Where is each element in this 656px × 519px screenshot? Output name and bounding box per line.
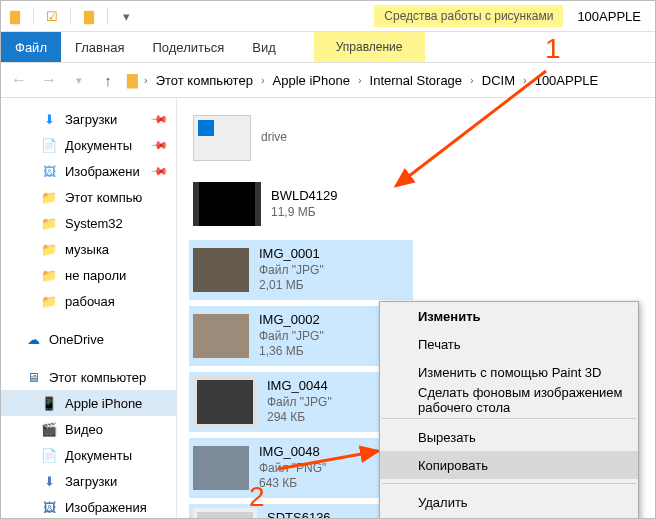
file-thumbnail bbox=[193, 115, 251, 161]
file-thumbnail bbox=[193, 446, 249, 490]
nav-back-button[interactable]: ← bbox=[7, 68, 31, 92]
folder-icon: 📁 bbox=[41, 293, 57, 309]
device-icon: 📱 bbox=[41, 395, 57, 411]
breadcrumb-seg[interactable]: Internal Storage bbox=[366, 71, 467, 90]
sidebar-item[interactable]: ⬇Загрузки bbox=[1, 468, 176, 494]
sidebar-item-label: музыка bbox=[65, 242, 109, 257]
sidebar-item-label: Изображения bbox=[65, 500, 147, 515]
file-name: BWLD4129 bbox=[271, 188, 337, 205]
file-name: SDTS6136 bbox=[267, 510, 332, 518]
tab-file[interactable]: Файл bbox=[1, 32, 61, 62]
chevron-right-icon[interactable]: › bbox=[259, 74, 267, 86]
breadcrumb-seg[interactable]: Apple iPhone bbox=[269, 71, 354, 90]
context-menu-item[interactable]: Сделать фоновым изображением рабочего ст… bbox=[380, 386, 638, 414]
context-menu-item[interactable]: Вырезать bbox=[380, 423, 638, 451]
sidebar-item-label: Документы bbox=[65, 138, 132, 153]
sidebar-item-label: рабочая bbox=[65, 294, 115, 309]
sidebar-item-label: Изображени bbox=[65, 164, 140, 179]
sidebar-item[interactable]: 📁System32 bbox=[1, 210, 176, 236]
file-thumbnail bbox=[193, 376, 257, 428]
file-name: IMG_0048 bbox=[259, 444, 326, 461]
file-size: 1,36 МБ bbox=[259, 344, 324, 360]
tab-view[interactable]: Вид bbox=[238, 32, 290, 62]
tab-share[interactable]: Поделиться bbox=[138, 32, 238, 62]
file-size: 11,9 МБ bbox=[271, 205, 337, 221]
sidebar-this-pc[interactable]: 🖥 Этот компьютер bbox=[1, 364, 176, 390]
folder-icon: ▇ bbox=[127, 72, 138, 88]
folder-icon: 📁 bbox=[41, 189, 57, 205]
check-icon[interactable]: ☑ bbox=[44, 8, 60, 24]
nav-up-button[interactable]: ↑ bbox=[97, 69, 119, 91]
sidebar-item-label: OneDrive bbox=[49, 332, 104, 347]
file-type: drive bbox=[261, 130, 287, 146]
file-type: Файл "JPG" bbox=[267, 395, 332, 411]
breadcrumb-seg[interactable]: 100APPLE bbox=[531, 71, 603, 90]
nav-history-dropdown[interactable]: ▾ bbox=[67, 68, 91, 92]
device-icon: 🖼 bbox=[41, 499, 57, 515]
file-item[interactable]: BWLD412911,9 МБ bbox=[189, 174, 413, 234]
chevron-right-icon[interactable]: › bbox=[356, 74, 364, 86]
chevron-right-icon[interactable]: › bbox=[521, 74, 529, 86]
sidebar-item[interactable]: 📱Apple iPhone bbox=[1, 390, 176, 416]
file-name: IMG_0044 bbox=[267, 378, 332, 395]
file-name: IMG_0002 bbox=[259, 312, 324, 329]
context-menu-item[interactable]: Изменить с помощью Paint 3D bbox=[380, 358, 638, 386]
file-type: Файл "JPG" bbox=[259, 329, 324, 345]
pc-icon: 🖥 bbox=[25, 369, 41, 385]
nav-forward-button[interactable]: → bbox=[37, 68, 61, 92]
chevron-right-icon[interactable]: › bbox=[142, 74, 150, 86]
file-thumbnail bbox=[193, 508, 257, 518]
sidebar-item-label: не пароли bbox=[65, 268, 126, 283]
nav-pane: ⬇Загрузки📌📄Документы📌🖼Изображени📌📁Этот к… bbox=[1, 98, 177, 518]
file-thumbnail bbox=[193, 248, 249, 292]
file-size: 294 КБ bbox=[267, 410, 332, 426]
qat-dropdown-icon[interactable]: ▾ bbox=[118, 8, 134, 24]
sidebar-item[interactable]: 🖼Изображени📌 bbox=[1, 158, 176, 184]
file-item[interactable]: drive bbox=[189, 108, 413, 168]
pin-icon: 📌 bbox=[149, 109, 168, 128]
context-menu-item[interactable]: Копировать bbox=[380, 451, 638, 479]
sidebar-item[interactable]: 🖼Изображения bbox=[1, 494, 176, 518]
sidebar-item[interactable]: 📁музыка bbox=[1, 236, 176, 262]
title-bar: ▇ ☑ ▇ ▾ Средства работы с рисунками 100A… bbox=[1, 1, 655, 32]
sidebar-item[interactable]: 📁Этот компью bbox=[1, 184, 176, 210]
device-icon: ⬇ bbox=[41, 473, 57, 489]
folder-small-icon: ▇ bbox=[81, 8, 97, 24]
sidebar-item[interactable]: 📁рабочая bbox=[1, 288, 176, 314]
file-type: Файл "JPG" bbox=[259, 263, 324, 279]
window-title: 100APPLE bbox=[563, 9, 655, 24]
file-size: 643 КБ bbox=[259, 476, 326, 492]
device-icon: 📄 bbox=[41, 447, 57, 463]
file-type: Файл "PNG" bbox=[259, 461, 326, 477]
address-bar: ← → ▾ ↑ ▇ › Этот компьютер › Apple iPhon… bbox=[1, 63, 655, 98]
breadcrumb-seg[interactable]: Этот компьютер bbox=[152, 71, 257, 90]
sidebar-item[interactable]: 📁не пароли bbox=[1, 262, 176, 288]
folder-icon: ▇ bbox=[7, 8, 23, 24]
sidebar-onedrive[interactable]: ☁ OneDrive bbox=[1, 326, 176, 352]
device-icon: 🎬 bbox=[41, 421, 57, 437]
context-menu-item[interactable]: Изменить bbox=[380, 302, 638, 330]
sidebar-item[interactable]: 📄Документы📌 bbox=[1, 132, 176, 158]
sidebar-item-label: Видео bbox=[65, 422, 103, 437]
file-item[interactable]: IMG_0001Файл "JPG"2,01 МБ bbox=[189, 240, 413, 300]
pin-icon: 📌 bbox=[149, 161, 168, 180]
context-menu-item[interactable]: Печать bbox=[380, 330, 638, 358]
sidebar-item-label: Загрузки bbox=[65, 112, 117, 127]
breadcrumb-seg[interactable]: DCIM bbox=[478, 71, 519, 90]
sidebar-item-label: Загрузки bbox=[65, 474, 117, 489]
context-menu-item[interactable]: Удалить bbox=[380, 488, 638, 516]
quick-access-toolbar: ▇ ☑ ▇ ▾ bbox=[1, 8, 140, 24]
chevron-right-icon[interactable]: › bbox=[468, 74, 476, 86]
cloud-icon: ☁ bbox=[25, 331, 41, 347]
sidebar-item[interactable]: 🎬Видео bbox=[1, 416, 176, 442]
sidebar-item[interactable]: 📄Документы bbox=[1, 442, 176, 468]
sidebar-item-label: Этот компьютер bbox=[49, 370, 146, 385]
sidebar-item[interactable]: ⬇Загрузки📌 bbox=[1, 106, 176, 132]
tab-home[interactable]: Главная bbox=[61, 32, 138, 62]
tab-manage[interactable]: Управление bbox=[314, 32, 425, 62]
folder-icon: 🖼 bbox=[41, 163, 57, 179]
breadcrumb[interactable]: ▇ › Этот компьютер › Apple iPhone › Inte… bbox=[125, 71, 602, 90]
pin-icon: 📌 bbox=[149, 135, 168, 154]
file-name: IMG_0001 bbox=[259, 246, 324, 263]
folder-icon: 📁 bbox=[41, 267, 57, 283]
